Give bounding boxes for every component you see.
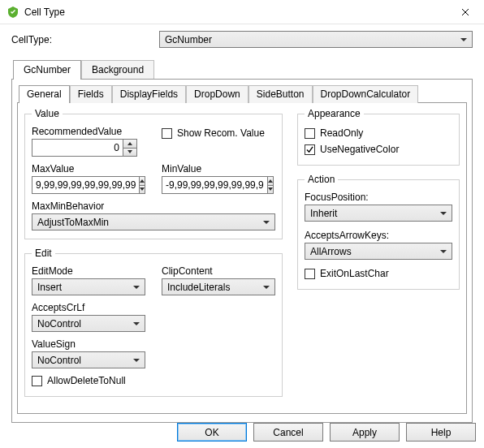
subtab-dropdown[interactable]: DropDown <box>186 85 248 103</box>
ok-button[interactable]: OK <box>177 423 247 442</box>
show-recom-label: Show Recom. Value <box>177 127 265 139</box>
titlebar: Cell Type <box>0 0 484 24</box>
celltype-dropdown[interactable]: GcNumber <box>159 31 473 48</box>
help-button[interactable]: Help <box>406 423 476 442</box>
focusposition-dropdown[interactable]: Inherit <box>305 205 452 222</box>
maxminbehavior-dropdown[interactable]: AdjustToMaxMin <box>32 213 275 230</box>
usenegativecolor-label: UseNegativeColor <box>320 144 399 155</box>
group-value-legend: Value <box>32 108 63 119</box>
show-recom-checkbox[interactable]: Show Recom. Value <box>162 127 275 139</box>
exitonlastchar-checkbox[interactable]: ExitOnLastChar <box>305 268 452 279</box>
chevron-down-icon <box>133 286 140 289</box>
readonly-checkbox[interactable]: ReadOnly <box>305 127 452 139</box>
celltype-label: CellType: <box>11 34 149 45</box>
chevron-down-icon <box>440 250 447 253</box>
cancel-button[interactable]: Cancel <box>253 423 323 442</box>
spinner-down-icon[interactable] <box>139 185 145 195</box>
editmode-dropdown[interactable]: Insert <box>32 278 145 295</box>
chevron-down-icon <box>133 322 140 325</box>
spinner-up-icon[interactable] <box>267 176 274 185</box>
recommended-spinner[interactable]: 0 <box>32 139 137 157</box>
valuesign-dropdown[interactable]: NoControl <box>32 351 145 368</box>
group-action-legend: Action <box>305 174 338 185</box>
exitonlastchar-label: ExitOnLastChar <box>320 268 389 279</box>
recommended-label: RecommendedValue <box>32 126 145 137</box>
recommended-input[interactable]: 0 <box>32 139 123 157</box>
maxvalue-spinner[interactable]: 9,99,99,99,99,99,99,99 <box>32 176 137 194</box>
group-appearance-legend: Appearance <box>305 108 364 119</box>
minvalue-spinner[interactable]: -9,99,99,99,99,99,99,9 <box>162 176 267 194</box>
group-action: Action FocusPosition: Inherit AcceptsArr… <box>297 174 460 290</box>
celltype-value: GcNumber <box>165 34 212 45</box>
editmode-label: EditMode <box>32 265 145 277</box>
subtab-general[interactable]: General <box>19 85 70 103</box>
checkbox-box <box>305 128 315 139</box>
apply-button[interactable]: Apply <box>330 423 400 442</box>
checkbox-box <box>162 128 172 139</box>
allowdeletetonull-checkbox[interactable]: AllowDeleteToNull <box>32 375 275 386</box>
window-title: Cell Type <box>24 6 447 18</box>
valuesign-label: ValueSign <box>32 338 275 350</box>
chevron-down-icon <box>460 38 467 41</box>
checkbox-box <box>32 376 42 386</box>
chevron-down-icon <box>263 286 270 289</box>
app-icon <box>6 6 19 19</box>
group-edit-legend: Edit <box>32 248 55 259</box>
usenegativecolor-checkbox[interactable]: UseNegativeColor <box>305 144 452 155</box>
maxvalue-label: MaxValue <box>32 163 145 174</box>
maxminbehavior-label: MaxMinBehavior <box>32 200 275 212</box>
spinner-up-icon[interactable] <box>139 176 145 185</box>
spinner-down-icon[interactable] <box>267 185 274 195</box>
checkbox-box <box>305 269 315 279</box>
subtab-displayfields[interactable]: DisplayFields <box>112 85 186 103</box>
spinner-up-icon[interactable] <box>123 139 137 148</box>
clipcontent-label: ClipContent <box>162 265 275 277</box>
maxvalue-input[interactable]: 9,99,99,99,99,99,99,99 <box>32 176 139 194</box>
checkbox-box <box>305 144 315 155</box>
chevron-down-icon <box>263 221 270 224</box>
tab-gcnumber[interactable]: GcNumber <box>13 60 81 80</box>
subtab-dropdowncalculator[interactable]: DropDownCalculator <box>313 85 419 103</box>
subtab-sidebutton[interactable]: SideButton <box>248 85 313 103</box>
close-button[interactable] <box>447 0 484 24</box>
tab-background[interactable]: Background <box>81 60 154 80</box>
group-edit: Edit EditMode Insert ClipContent <box>24 248 283 397</box>
group-appearance: Appearance ReadOnly UseNegativeColor <box>297 108 460 166</box>
group-value: Value RecommendedValue 0 <box>24 108 283 239</box>
subtab-fields[interactable]: Fields <box>70 85 112 103</box>
chevron-down-icon <box>133 359 140 362</box>
readonly-label: ReadOnly <box>320 127 363 139</box>
clipcontent-dropdown[interactable]: IncludeLiterals <box>162 278 275 295</box>
minvalue-label: MinValue <box>162 163 275 174</box>
allowdeletetonull-label: AllowDeleteToNull <box>47 375 126 386</box>
acceptscrlf-dropdown[interactable]: NoControl <box>32 315 145 332</box>
acceptscrlf-label: AcceptsCrLf <box>32 302 275 313</box>
focusposition-label: FocusPosition: <box>305 192 452 203</box>
minvalue-input[interactable]: -9,99,99,99,99,99,99,9 <box>162 176 267 194</box>
chevron-down-icon <box>440 212 447 215</box>
acceptsarrowkeys-label: AcceptsArrowKeys: <box>305 230 452 241</box>
spinner-down-icon[interactable] <box>123 148 137 157</box>
acceptsarrowkeys-dropdown[interactable]: AllArrows <box>305 243 452 260</box>
